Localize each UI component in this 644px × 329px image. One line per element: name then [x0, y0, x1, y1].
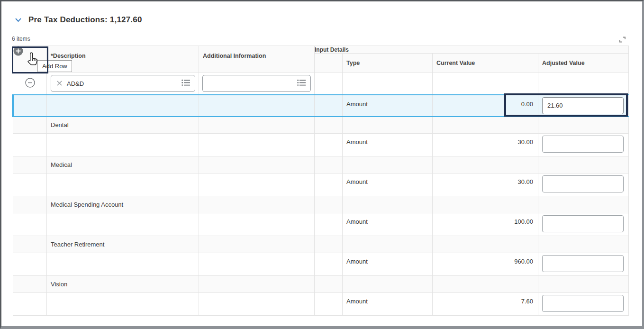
current-value-cell: 30.00 — [433, 134, 538, 156]
page-title: Pre Tax Deductions: 1,127.60 — [28, 15, 142, 25]
type-cell: Amount — [343, 134, 433, 156]
adjusted-value-cell — [538, 293, 629, 316]
selected-item-detail-row: Amount 0.00 — [13, 95, 629, 117]
current-value-cell: 30.00 — [433, 174, 538, 196]
column-header-current-value: Current Value — [433, 54, 538, 73]
remove-row-button[interactable] — [25, 78, 35, 88]
current-value-cell: 960.00 — [433, 253, 538, 276]
deduction-name-row: Medical Spending Account — [13, 196, 629, 213]
deduction-name-row: Dental — [13, 117, 629, 134]
collapse-chevron-icon[interactable] — [15, 16, 22, 24]
current-value-cell: 7.60 — [433, 293, 538, 316]
deduction-detail-row: Amount 30.00 — [13, 134, 629, 156]
description-cell: Medical Spending Account — [47, 196, 199, 213]
deduction-rows: AD&D — [13, 73, 629, 316]
pre-tax-deductions-panel: Pre Tax Deductions: 1,127.60 6 items — [0, 0, 644, 329]
deduction-detail-row: Amount 100.00 — [13, 213, 629, 236]
adjusted-value-input[interactable] — [542, 97, 624, 114]
current-value-cell: 100.00 — [433, 213, 538, 236]
section-header: Pre Tax Deductions: 1,127.60 — [15, 15, 142, 25]
deduction-detail-row: Amount 7.60 — [13, 293, 629, 316]
remove-row-cell — [13, 73, 47, 95]
adjusted-value-input[interactable] — [542, 215, 624, 232]
items-count-label: 6 items — [12, 36, 30, 42]
type-cell: Amount — [343, 293, 433, 316]
group-header-row: *Description Additional Information Inpu… — [13, 46, 629, 54]
description-cell: Vision — [47, 276, 199, 293]
prompt-list-icon[interactable] — [297, 79, 306, 88]
prompt-list-icon[interactable] — [181, 79, 190, 88]
deduction-detail-row: Amount 960.00 — [13, 253, 629, 276]
add-row-tooltip: Add Row — [37, 60, 72, 72]
deduction-name-row: Teacher Retirement — [13, 236, 629, 253]
group-header-input-details: Input Details — [315, 46, 629, 54]
description-combobox[interactable]: AD&D — [51, 75, 195, 92]
type-cell: Amount — [343, 95, 433, 117]
type-cell: Amount — [343, 213, 433, 236]
adjusted-value-input[interactable] — [542, 255, 624, 272]
description-selected-value: AD&D — [67, 80, 181, 87]
adjusted-value-input[interactable] — [542, 295, 624, 312]
description-cell: Teacher Retirement — [47, 236, 199, 253]
adjusted-value-cell — [538, 213, 629, 236]
description-cell: AD&D — [47, 73, 199, 95]
expand-grid-icon[interactable] — [617, 35, 627, 45]
column-header-type: Type — [343, 54, 433, 73]
current-value-cell: 0.00 — [433, 95, 538, 117]
deduction-detail-row: Amount 30.00 — [13, 174, 629, 196]
column-header-spacer — [315, 54, 343, 73]
column-header-additional-information: Additional Information — [199, 46, 315, 73]
type-cell: Amount — [343, 174, 433, 196]
description-cell: Medical — [47, 156, 199, 174]
remove-tag-icon[interactable] — [57, 80, 62, 87]
adjusted-value-cell — [538, 134, 629, 156]
column-header-adjusted-value: Adjusted Value — [538, 54, 629, 73]
adjusted-value-cell — [538, 253, 629, 276]
adjusted-value-cell — [538, 174, 629, 196]
deduction-name-row: Vision — [13, 276, 629, 293]
type-cell: Amount — [343, 253, 433, 276]
additional-information-combobox[interactable] — [202, 75, 311, 92]
adjusted-value-input[interactable] — [542, 175, 624, 192]
adjusted-value-input[interactable] — [542, 136, 624, 153]
selected-item-name-row: AD&D — [13, 73, 629, 95]
deductions-grid: *Description Additional Information Inpu… — [12, 46, 629, 316]
adjusted-value-cell — [538, 95, 629, 117]
add-row-button[interactable] — [13, 46, 23, 56]
deduction-name-row: Medical — [13, 156, 629, 174]
additional-information-cell — [199, 73, 315, 95]
description-cell: Dental — [47, 117, 199, 134]
